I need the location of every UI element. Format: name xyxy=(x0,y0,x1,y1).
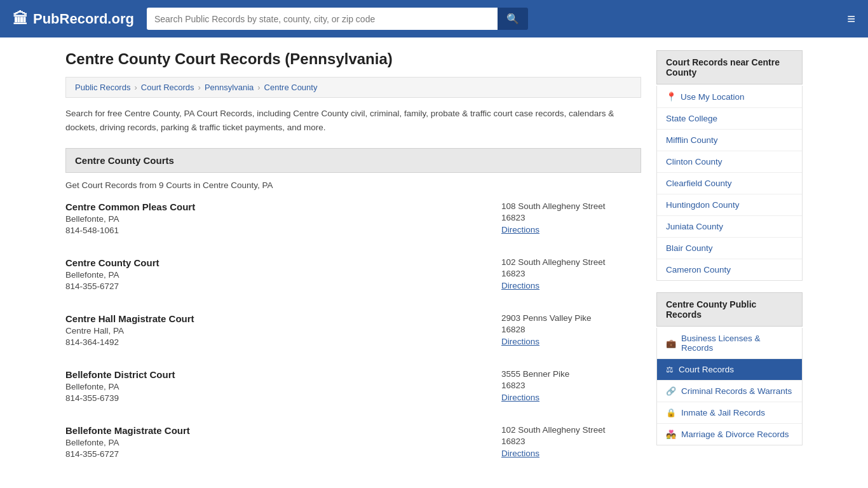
court-left: Centre County Court Bellefonte, PA 814-3… xyxy=(65,257,159,293)
court-address: 102 South Allegheny Street xyxy=(501,257,641,267)
court-left: Bellefonte Magistrate Court Bellefonte, … xyxy=(65,425,190,461)
menu-button[interactable]: ≡ xyxy=(847,11,855,27)
site-header: 🏛 PubRecord.org 🔍 ≡ xyxy=(0,0,868,37)
nearby-label: Mifflin County xyxy=(666,135,718,145)
sidebar-public-item[interactable]: 🔗 Criminal Records & Warrants xyxy=(657,381,802,402)
sidebar-nearby-link[interactable]: Blair County xyxy=(657,238,802,259)
sidebar-nearby-link[interactable]: Cameron County xyxy=(657,259,802,280)
court-name: Bellefonte District Court xyxy=(65,369,175,380)
court-left: Centre Common Pleas Court Bellefonte, PA… xyxy=(65,201,195,237)
court-address: 2903 Penns Valley Pike xyxy=(501,313,641,323)
sidebar-nearby-link[interactable]: Juniata County xyxy=(657,216,802,237)
breadcrumb-sep-2: › xyxy=(198,83,201,92)
sidebar-nearby-item[interactable]: Clinton County xyxy=(657,151,802,173)
nearby-label: Juniata County xyxy=(666,222,723,231)
public-records-icon: 🔗 xyxy=(666,386,676,396)
logo-text: PubRecord.org xyxy=(33,11,134,27)
sidebar-nearby-item[interactable]: State College xyxy=(657,108,802,130)
public-records-icon: 🔒 xyxy=(666,408,676,417)
use-my-location-link[interactable]: 📍 Use My Location xyxy=(657,86,802,107)
sidebar-public-link[interactable]: 🔗 Criminal Records & Warrants xyxy=(657,381,802,402)
directions-link[interactable]: Directions xyxy=(501,281,539,290)
use-my-location-label: Use My Location xyxy=(681,92,745,102)
public-records-icon: 💼 xyxy=(666,339,676,348)
court-right: 108 South Allegheny Street 16823 Directi… xyxy=(501,201,641,237)
court-right: 2903 Penns Valley Pike 16828 Directions xyxy=(501,313,641,349)
sidebar-nearby-item[interactable]: Huntingdon County xyxy=(657,194,802,216)
court-location: Bellefonte, PA xyxy=(65,214,195,224)
court-zip: 16823 xyxy=(501,213,641,222)
court-location: Centre Hall, PA xyxy=(65,326,194,336)
court-zip: 16828 xyxy=(501,325,641,334)
sidebar-nearby-item[interactable]: Mifflin County xyxy=(657,130,802,151)
court-right: 102 South Allegheny Street 16823 Directi… xyxy=(501,425,641,461)
court-name: Centre County Court xyxy=(65,257,159,268)
breadcrumb-pennsylvania[interactable]: Pennsylvania xyxy=(205,83,254,92)
search-input[interactable] xyxy=(147,8,498,30)
search-button[interactable]: 🔍 xyxy=(498,8,528,30)
court-entry: Bellefonte Magistrate Court Bellefonte, … xyxy=(65,425,641,467)
court-zip: 16823 xyxy=(501,381,641,390)
sidebar-nearby-link[interactable]: Huntingdon County xyxy=(657,194,802,215)
court-location: Bellefonte, PA xyxy=(65,382,175,391)
nearby-label: Cameron County xyxy=(666,265,731,274)
sidebar-nearby-item[interactable]: Cameron County xyxy=(657,259,802,280)
courts-list: Centre Common Pleas Court Bellefonte, PA… xyxy=(65,201,641,467)
page-title: Centre County Court Records (Pennsylvani… xyxy=(65,50,641,68)
public-records-label: Criminal Records & Warrants xyxy=(681,386,792,396)
sidebar-nearby-link[interactable]: State College xyxy=(657,108,802,129)
court-name: Centre Common Pleas Court xyxy=(65,201,195,212)
sidebar-public-link[interactable]: 💼 Business Licenses & Records xyxy=(657,328,802,358)
sidebar-public-records-header: Centre County Public Records xyxy=(656,292,803,327)
directions-link[interactable]: Directions xyxy=(501,337,539,346)
directions-link[interactable]: Directions xyxy=(501,449,539,458)
court-entry: Centre County Court Bellefonte, PA 814-3… xyxy=(65,257,641,299)
content-area: Centre County Court Records (Pennsylvani… xyxy=(65,50,641,481)
courts-section-header: Centre County Courts xyxy=(65,148,641,173)
court-name: Bellefonte Magistrate Court xyxy=(65,425,190,436)
sidebar-public-item[interactable]: 🔒 Inmate & Jail Records xyxy=(657,402,802,424)
directions-link[interactable]: Directions xyxy=(501,393,539,402)
sidebar-public-item[interactable]: 💑 Marriage & Divorce Records xyxy=(657,424,802,445)
directions-link[interactable]: Directions xyxy=(501,225,539,234)
court-right: 3555 Benner Pike 16823 Directions xyxy=(501,369,641,405)
court-phone: 814-548-1061 xyxy=(65,226,195,235)
nearby-label: Clinton County xyxy=(666,157,722,166)
court-entry: Centre Common Pleas Court Bellefonte, PA… xyxy=(65,201,641,243)
nearby-label: State College xyxy=(666,114,717,123)
sidebar-public-link[interactable]: 💑 Marriage & Divorce Records xyxy=(657,424,802,445)
breadcrumb-centre-county[interactable]: Centre County xyxy=(264,83,318,92)
site-logo[interactable]: 🏛 PubRecord.org xyxy=(13,10,134,28)
court-phone: 814-364-1492 xyxy=(65,337,194,347)
sidebar-nearby-item[interactable]: Juniata County xyxy=(657,216,802,238)
breadcrumb-sep-3: › xyxy=(257,83,260,92)
sidebar-nearby-link[interactable]: Clinton County xyxy=(657,151,802,172)
sidebar-public-item[interactable]: 💼 Business Licenses & Records xyxy=(657,328,802,359)
sidebar-public-list: 💼 Business Licenses & Records ⚖ Court Re… xyxy=(656,328,803,445)
court-phone: 814-355-6727 xyxy=(65,449,190,459)
main-container: Centre County Court Records (Pennsylvani… xyxy=(53,37,815,488)
breadcrumb-court-records[interactable]: Court Records xyxy=(141,83,194,92)
search-bar: 🔍 xyxy=(147,8,528,30)
sidebar-nearby-item[interactable]: Blair County xyxy=(657,238,802,259)
sidebar-public-item[interactable]: ⚖ Court Records xyxy=(657,359,802,381)
court-entry: Bellefonte District Court Bellefonte, PA… xyxy=(65,369,641,411)
sidebar-nearby-item[interactable]: Clearfield County xyxy=(657,173,802,194)
court-phone: 814-355-6727 xyxy=(65,281,159,291)
court-right: 102 South Allegheny Street 16823 Directi… xyxy=(501,257,641,293)
sidebar-nearby-header: Court Records near Centre County xyxy=(656,50,803,85)
breadcrumb: Public Records › Court Records › Pennsyl… xyxy=(65,77,641,98)
sidebar-public-link[interactable]: 🔒 Inmate & Jail Records xyxy=(657,402,802,423)
sidebar-use-location[interactable]: 📍 Use My Location xyxy=(657,86,802,108)
nearby-label: Blair County xyxy=(666,243,713,253)
breadcrumb-public-records[interactable]: Public Records xyxy=(75,83,130,92)
court-zip: 16823 xyxy=(501,437,641,446)
location-icon: 📍 xyxy=(666,92,677,102)
sidebar-nearby-link[interactable]: Clearfield County xyxy=(657,173,802,194)
sidebar-public-link[interactable]: ⚖ Court Records xyxy=(657,359,802,380)
court-location: Bellefonte, PA xyxy=(65,270,159,280)
public-records-label: Marriage & Divorce Records xyxy=(681,430,789,439)
logo-icon: 🏛 xyxy=(13,10,28,28)
sidebar-nearby-link[interactable]: Mifflin County xyxy=(657,130,802,151)
sidebar: Court Records near Centre County 📍 Use M… xyxy=(656,50,803,481)
